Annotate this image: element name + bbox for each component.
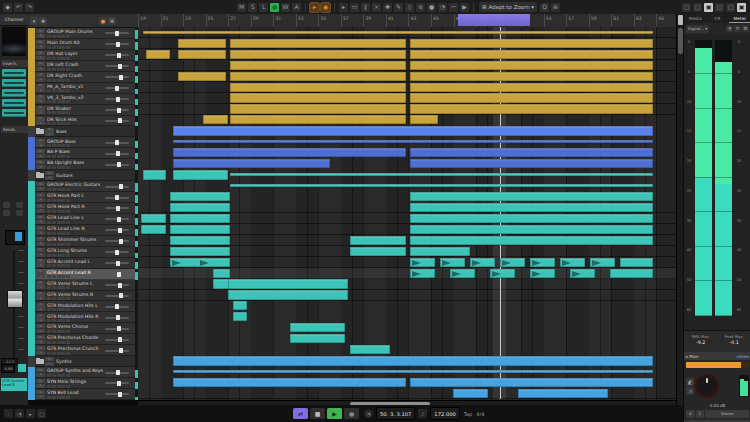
volume-slider-knob[interactable] <box>119 75 123 80</box>
track-row-main-drum-kit[interactable]: msMain Drum Kit <box>28 39 138 50</box>
zone-toggle-icon[interactable]: ▣ <box>704 3 713 12</box>
volume-slider-knob[interactable] <box>117 53 121 58</box>
meter-option-icon[interactable]: ◔ <box>726 25 733 32</box>
solo-button[interactable]: s <box>36 198 45 202</box>
record-button[interactable]: ● <box>344 408 359 419</box>
audio-event[interactable] <box>170 225 230 234</box>
solo-button[interactable]: s <box>36 67 45 71</box>
volume-slider[interactable] <box>105 378 135 389</box>
audio-event[interactable] <box>410 93 653 102</box>
sends-header[interactable]: Sends <box>1 126 29 133</box>
snap-icon[interactable]: ⊞ <box>551 3 560 12</box>
track-row-synths[interactable]: msSynths <box>28 356 138 367</box>
audio-event[interactable] <box>178 72 226 81</box>
audio-event[interactable] <box>230 93 406 102</box>
timeline-ruler[interactable]: 1921232527293133353739414345474951535557… <box>138 14 676 28</box>
tracklist-header-icon[interactable]: ✚ <box>39 17 47 25</box>
volume-slider[interactable] <box>105 367 135 378</box>
track-row-group-main-drums[interactable]: msGROUP Main Drums <box>28 28 138 39</box>
undo-redo-icon[interactable]: ↶ <box>14 3 23 12</box>
volume-slider-knob[interactable] <box>119 293 123 298</box>
track-row-pk-a-tambo-v1[interactable]: msPK_A_Tambo_v1 <box>28 83 138 94</box>
mute-button[interactable]: m <box>36 314 45 318</box>
audio-event[interactable] <box>470 258 495 267</box>
track-row-gtr-long-strums[interactable]: msGTR Long Strums <box>28 247 138 258</box>
audio-event[interactable] <box>560 258 585 267</box>
volume-slider-knob[interactable] <box>115 140 119 145</box>
volume-slider[interactable] <box>105 323 135 334</box>
audio-event[interactable] <box>230 115 406 124</box>
monitor-button-stereo[interactable]: Stereo <box>705 410 749 418</box>
solo-button[interactable]: s <box>36 373 45 377</box>
volume-slider[interactable] <box>105 39 135 50</box>
track-row-group-electric-guitars[interactable]: msGROUP Electric Guitars <box>28 181 138 192</box>
volume-slider-knob[interactable] <box>116 151 120 156</box>
volume-slider-knob[interactable] <box>116 370 120 375</box>
audio-event[interactable] <box>500 258 525 267</box>
insert-slot[interactable] <box>2 89 26 97</box>
track-row-gtr-modulation-hits-r[interactable]: msGTR Modulation Hits R <box>28 312 138 323</box>
tool-icon[interactable]: ⌐ <box>449 3 458 12</box>
solo-button[interactable]: s <box>36 121 45 125</box>
audio-event[interactable] <box>410 192 653 201</box>
track-row-gtr-hook-part-l[interactable]: msGTR Hook Part L <box>28 192 138 203</box>
volume-slider[interactable] <box>105 203 135 214</box>
volume-slider[interactable] <box>105 50 135 61</box>
stop-button[interactable]: ■ <box>310 408 325 419</box>
volume-slider-knob[interactable] <box>117 326 121 331</box>
volume-slider[interactable] <box>105 214 135 225</box>
volume-slider[interactable] <box>105 137 135 148</box>
audio-event[interactable] <box>170 214 230 223</box>
audio-event[interactable] <box>410 148 653 157</box>
tool-icon[interactable]: ◔ <box>438 3 447 12</box>
audio-event[interactable] <box>610 269 653 278</box>
track-row-gtr-prechorus-chords[interactable]: msGTR Prechorus Chords <box>28 334 138 345</box>
volume-slider[interactable] <box>105 312 135 323</box>
volume-slider[interactable] <box>105 181 135 192</box>
transport-option-icon[interactable]: ∶ <box>4 409 13 418</box>
solo-button[interactable]: s <box>36 34 45 38</box>
volume-slider[interactable] <box>105 170 135 181</box>
mute-button[interactable]: m <box>36 139 45 143</box>
volume-slider-knob[interactable] <box>117 162 121 167</box>
mute-button[interactable]: m <box>45 128 54 132</box>
audio-event[interactable] <box>173 140 653 143</box>
audio-event[interactable] <box>410 50 653 59</box>
solo-button[interactable]: s <box>36 110 45 114</box>
adapt-to-zoom-dropdown[interactable]: ⊞ Adapt to Zoom ▾ <box>479 2 537 12</box>
tracklist-header-icon[interactable]: ▾ <box>30 17 38 25</box>
volume-slider-knob[interactable] <box>119 184 123 189</box>
solo-button[interactable]: s <box>36 263 45 267</box>
volume-slider-knob[interactable] <box>119 239 123 244</box>
audio-event[interactable] <box>410 39 653 48</box>
zone-toggle-icon[interactable]: ▢ <box>726 3 735 12</box>
audio-event[interactable] <box>173 148 406 157</box>
time-signature[interactable]: 4/4 <box>476 411 484 417</box>
audio-event[interactable] <box>410 104 653 113</box>
volume-slider-knob[interactable] <box>116 42 120 47</box>
track-row-gtr-prechorus-crunch[interactable]: msGTR Prechorus Crunch <box>28 345 138 356</box>
solo-button[interactable]: s <box>36 307 45 311</box>
volume-slider-knob[interactable] <box>118 228 122 233</box>
volume-slider[interactable] <box>105 225 135 236</box>
volume-slider-knob[interactable] <box>116 315 120 320</box>
volume-slider[interactable] <box>105 126 135 137</box>
volume-slider[interactable] <box>105 236 135 247</box>
audio-event[interactable] <box>230 72 406 81</box>
mute-solo-listen-button[interactable]: M <box>237 3 246 12</box>
control-room-level-bar[interactable] <box>686 362 749 368</box>
meter-source-dropdown[interactable]: Digital... ▾ <box>686 25 709 33</box>
tool-icon[interactable]: ≋ <box>416 3 425 12</box>
track-row-dr-stick-hits[interactable]: msDR Stick Hits <box>28 116 138 127</box>
audio-event[interactable] <box>173 159 330 168</box>
audio-event[interactable] <box>143 31 653 34</box>
insert-slot[interactable] <box>2 79 26 87</box>
audio-event[interactable] <box>410 247 470 256</box>
audio-event[interactable] <box>173 170 228 180</box>
volume-slider-knob[interactable] <box>115 250 119 255</box>
audio-event[interactable] <box>233 301 247 310</box>
tracklist-header-icon[interactable]: ● <box>99 17 107 25</box>
insert-slot[interactable] <box>2 109 26 117</box>
metronome-icon[interactable]: ◔ <box>364 409 373 418</box>
audio-event[interactable] <box>141 214 166 223</box>
